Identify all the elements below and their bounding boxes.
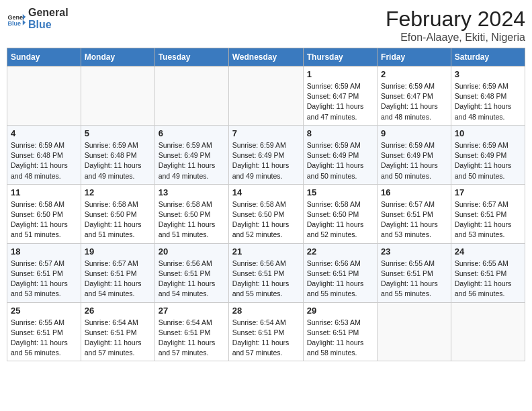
calendar-cell: 13Sunrise: 6:58 AMSunset: 6:50 PMDayligh…	[154, 184, 228, 243]
day-info: Sunrise: 6:58 AMSunset: 6:50 PMDaylight:…	[11, 199, 77, 240]
calendar-cell: 27Sunrise: 6:54 AMSunset: 6:51 PMDayligh…	[154, 302, 228, 361]
calendar-cell: 14Sunrise: 6:58 AMSunset: 6:50 PMDayligh…	[228, 184, 303, 243]
day-number: 23	[381, 246, 447, 257]
day-info: Sunrise: 6:57 AMSunset: 6:51 PMDaylight:…	[381, 199, 447, 240]
day-number: 3	[455, 69, 521, 79]
day-info: Sunrise: 6:57 AMSunset: 6:51 PMDaylight:…	[85, 259, 151, 300]
calendar-cell: 18Sunrise: 6:57 AMSunset: 6:51 PMDayligh…	[7, 243, 81, 302]
svg-text:Blue: Blue	[7, 19, 21, 26]
calendar-cell: 11Sunrise: 6:58 AMSunset: 6:50 PMDayligh…	[7, 184, 81, 243]
day-number: 6	[159, 128, 225, 138]
calendar-cell: 15Sunrise: 6:58 AMSunset: 6:50 PMDayligh…	[303, 184, 377, 243]
day-info: Sunrise: 6:59 AMSunset: 6:47 PMDaylight:…	[381, 81, 447, 122]
day-number: 5	[85, 128, 151, 138]
calendar-cell: 12Sunrise: 6:58 AMSunset: 6:50 PMDayligh…	[81, 184, 154, 243]
calendar-cell: 20Sunrise: 6:56 AMSunset: 6:51 PMDayligh…	[154, 243, 228, 302]
calendar-cell: 9Sunrise: 6:59 AMSunset: 6:49 PMDaylight…	[378, 125, 451, 184]
calendar-week-row: 4Sunrise: 6:59 AMSunset: 6:48 PMDaylight…	[7, 125, 525, 184]
day-number: 19	[85, 246, 151, 257]
day-number: 21	[232, 246, 300, 257]
day-info: Sunrise: 6:59 AMSunset: 6:48 PMDaylight:…	[85, 140, 151, 181]
day-info: Sunrise: 6:58 AMSunset: 6:50 PMDaylight:…	[85, 199, 151, 240]
calendar-cell: 6Sunrise: 6:59 AMSunset: 6:49 PMDaylight…	[154, 125, 228, 184]
calendar-cell	[228, 66, 303, 126]
calendar-cell: 25Sunrise: 6:55 AMSunset: 6:51 PMDayligh…	[7, 302, 81, 361]
day-number: 29	[307, 306, 373, 316]
day-info: Sunrise: 6:56 AMSunset: 6:51 PMDaylight:…	[232, 259, 300, 300]
day-info: Sunrise: 6:54 AMSunset: 6:51 PMDaylight:…	[232, 318, 300, 359]
calendar-cell	[81, 66, 154, 126]
day-number: 13	[159, 187, 225, 197]
calendar-cell: 19Sunrise: 6:57 AMSunset: 6:51 PMDayligh…	[81, 243, 154, 302]
day-number: 14	[232, 187, 300, 197]
calendar-cell: 2Sunrise: 6:59 AMSunset: 6:47 PMDaylight…	[378, 66, 451, 126]
calendar-week-row: 25Sunrise: 6:55 AMSunset: 6:51 PMDayligh…	[7, 302, 525, 361]
col-header-tuesday: Tuesday	[154, 48, 228, 66]
day-number: 12	[85, 187, 151, 197]
day-info: Sunrise: 6:53 AMSunset: 6:51 PMDaylight:…	[307, 318, 373, 359]
col-header-wednesday: Wednesday	[228, 48, 303, 66]
col-header-thursday: Thursday	[303, 48, 377, 66]
calendar-cell	[154, 66, 228, 126]
day-number: 8	[307, 128, 373, 138]
calendar-cell: 16Sunrise: 6:57 AMSunset: 6:51 PMDayligh…	[378, 184, 451, 243]
day-info: Sunrise: 6:58 AMSunset: 6:50 PMDaylight:…	[159, 199, 225, 240]
day-info: Sunrise: 6:59 AMSunset: 6:47 PMDaylight:…	[307, 81, 373, 122]
day-info: Sunrise: 6:56 AMSunset: 6:51 PMDaylight:…	[307, 259, 373, 300]
calendar-cell: 8Sunrise: 6:59 AMSunset: 6:49 PMDaylight…	[303, 125, 377, 184]
day-number: 7	[232, 128, 300, 138]
calendar-cell	[7, 66, 81, 126]
day-number: 25	[11, 306, 77, 316]
logo-text-blue: Blue	[28, 19, 69, 31]
day-number: 28	[232, 306, 300, 316]
day-info: Sunrise: 6:59 AMSunset: 6:48 PMDaylight:…	[455, 81, 521, 122]
calendar-table: SundayMondayTuesdayWednesdayThursdayFrid…	[7, 48, 525, 361]
day-info: Sunrise: 6:56 AMSunset: 6:51 PMDaylight:…	[159, 259, 225, 300]
calendar-cell: 17Sunrise: 6:57 AMSunset: 6:51 PMDayligh…	[451, 184, 525, 243]
day-info: Sunrise: 6:58 AMSunset: 6:50 PMDaylight:…	[307, 199, 373, 240]
calendar-cell: 22Sunrise: 6:56 AMSunset: 6:51 PMDayligh…	[303, 243, 377, 302]
day-info: Sunrise: 6:59 AMSunset: 6:49 PMDaylight:…	[159, 140, 225, 181]
day-number: 16	[381, 187, 447, 197]
calendar-cell: 29Sunrise: 6:53 AMSunset: 6:51 PMDayligh…	[303, 302, 377, 361]
col-header-monday: Monday	[81, 48, 154, 66]
month-year-title: February 2024	[386, 7, 525, 32]
logo-text-general: General	[28, 7, 69, 19]
day-info: Sunrise: 6:59 AMSunset: 6:49 PMDaylight:…	[232, 140, 300, 181]
page-header: General Blue General Blue February 2024 …	[7, 7, 525, 44]
day-number: 22	[307, 246, 373, 257]
day-info: Sunrise: 6:54 AMSunset: 6:51 PMDaylight:…	[159, 318, 225, 359]
day-number: 2	[381, 69, 447, 79]
day-info: Sunrise: 6:59 AMSunset: 6:49 PMDaylight:…	[381, 140, 447, 181]
day-number: 26	[85, 306, 151, 316]
calendar-cell: 7Sunrise: 6:59 AMSunset: 6:49 PMDaylight…	[228, 125, 303, 184]
day-number: 17	[455, 187, 521, 197]
col-header-saturday: Saturday	[451, 48, 525, 66]
day-info: Sunrise: 6:59 AMSunset: 6:49 PMDaylight:…	[307, 140, 373, 181]
calendar-cell	[451, 302, 525, 361]
day-info: Sunrise: 6:59 AMSunset: 6:49 PMDaylight:…	[455, 140, 521, 181]
calendar-cell: 1Sunrise: 6:59 AMSunset: 6:47 PMDaylight…	[303, 66, 377, 126]
calendar-cell: 10Sunrise: 6:59 AMSunset: 6:49 PMDayligh…	[451, 125, 525, 184]
day-info: Sunrise: 6:58 AMSunset: 6:50 PMDaylight:…	[232, 199, 300, 240]
calendar-cell: 21Sunrise: 6:56 AMSunset: 6:51 PMDayligh…	[228, 243, 303, 302]
day-number: 10	[455, 128, 521, 138]
calendar-cell: 28Sunrise: 6:54 AMSunset: 6:51 PMDayligh…	[228, 302, 303, 361]
calendar-cell: 23Sunrise: 6:55 AMSunset: 6:51 PMDayligh…	[378, 243, 451, 302]
day-number: 24	[455, 246, 521, 257]
calendar-cell: 3Sunrise: 6:59 AMSunset: 6:48 PMDaylight…	[451, 66, 525, 126]
day-number: 11	[11, 187, 77, 197]
day-info: Sunrise: 6:57 AMSunset: 6:51 PMDaylight:…	[455, 199, 521, 240]
calendar-cell: 24Sunrise: 6:55 AMSunset: 6:51 PMDayligh…	[451, 243, 525, 302]
day-number: 27	[159, 306, 225, 316]
calendar-cell: 26Sunrise: 6:54 AMSunset: 6:51 PMDayligh…	[81, 302, 154, 361]
day-number: 15	[307, 187, 373, 197]
day-info: Sunrise: 6:55 AMSunset: 6:51 PMDaylight:…	[11, 318, 77, 359]
day-number: 20	[159, 246, 225, 257]
day-info: Sunrise: 6:55 AMSunset: 6:51 PMDaylight:…	[455, 259, 521, 300]
calendar-cell: 5Sunrise: 6:59 AMSunset: 6:48 PMDaylight…	[81, 125, 154, 184]
col-header-friday: Friday	[378, 48, 451, 66]
logo-icon: General Blue	[7, 9, 26, 28]
day-info: Sunrise: 6:55 AMSunset: 6:51 PMDaylight:…	[381, 259, 447, 300]
day-info: Sunrise: 6:54 AMSunset: 6:51 PMDaylight:…	[85, 318, 151, 359]
